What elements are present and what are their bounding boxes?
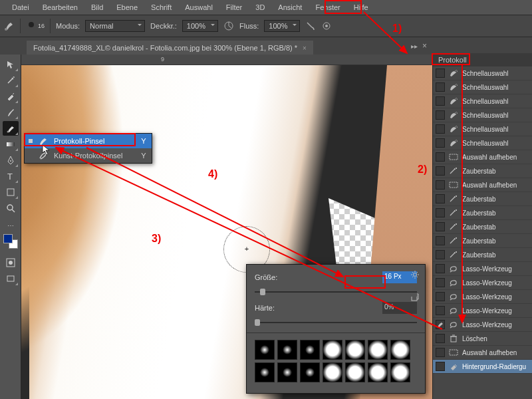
brush-tip[interactable] (345, 362, 365, 382)
history-source-checkbox[interactable] (436, 222, 445, 231)
history-state[interactable]: Auswahl aufheben (433, 150, 532, 164)
history-state[interactable]: Hintergrund-Radiergu (433, 360, 532, 374)
history-source-checkbox[interactable] (436, 334, 445, 343)
history-state[interactable]: Schnellauswahl (433, 136, 532, 150)
history-source-checkbox[interactable] (436, 320, 445, 329)
history-state[interactable]: Lasso-Werkzeug (433, 276, 532, 290)
brush-tip[interactable] (368, 340, 388, 360)
history-source-checkbox[interactable] (436, 96, 445, 106)
airbrush-icon[interactable] (305, 21, 316, 31)
history-source-checkbox[interactable] (436, 152, 445, 162)
history-state[interactable]: Zauberstab (433, 192, 532, 206)
gradient-tool[interactable] (3, 137, 19, 152)
move-tool[interactable] (3, 57, 19, 72)
history-state[interactable]: Auswahl aufheben (433, 178, 532, 192)
screen-mode-button[interactable] (3, 271, 19, 286)
history-state[interactable]: Auswahl aufheben (433, 346, 532, 360)
brush-hardness-input[interactable]: 0% (382, 302, 417, 314)
history-state[interactable]: Lasso-Werkzeug (433, 262, 532, 276)
shape-tool[interactable] (3, 185, 19, 200)
type-tool[interactable]: T (3, 169, 19, 184)
brush-tip[interactable] (390, 362, 410, 382)
magic-wand-tool[interactable] (3, 73, 19, 88)
history-source-checkbox[interactable] (436, 138, 445, 148)
history-state[interactable]: Löschen (433, 332, 532, 346)
menu-bild[interactable]: Bild (84, 1, 110, 13)
menu-filter[interactable]: Filter (219, 1, 249, 13)
pressure-opacity-icon[interactable] (223, 21, 234, 31)
brush-tip[interactable] (255, 340, 275, 360)
eyedropper-tool[interactable] (3, 89, 19, 104)
history-state[interactable]: Schnellauswahl (433, 94, 532, 108)
brush-tip[interactable] (323, 362, 342, 382)
brush-tip[interactable] (345, 340, 365, 360)
history-source-checkbox[interactable] (436, 208, 445, 217)
history-source-checkbox[interactable] (436, 292, 445, 301)
history-source-checkbox[interactable] (436, 278, 445, 287)
history-source-checkbox[interactable] (436, 194, 445, 203)
history-state[interactable]: Schnellauswahl (433, 80, 532, 94)
brush-tip[interactable] (323, 340, 342, 360)
history-source-checkbox[interactable] (436, 180, 445, 190)
brush-tip[interactable] (390, 340, 410, 360)
history-source-checkbox[interactable] (436, 362, 445, 371)
history-state[interactable]: Lasso-Werkzeug (433, 290, 532, 304)
menu-ansicht[interactable]: Ansicht (271, 1, 309, 13)
history-source-checkbox[interactable] (436, 236, 445, 245)
zoom-tool[interactable] (3, 201, 19, 215)
menu-fenster[interactable]: Fenster (309, 1, 346, 13)
history-brush-icon[interactable] (4, 21, 15, 31)
quick-mask-button[interactable] (3, 255, 19, 270)
history-state[interactable]: Schnellauswahl (433, 66, 532, 80)
history-state[interactable]: Zauberstab (433, 206, 532, 220)
pressure-size-icon[interactable] (321, 21, 332, 31)
brush-tip[interactable] (277, 362, 297, 382)
history-source-checkbox[interactable] (436, 348, 445, 357)
brush-tip[interactable] (368, 362, 388, 382)
brush-tip[interactable] (300, 362, 320, 382)
close-tab-icon[interactable]: × (303, 45, 307, 52)
gear-icon[interactable] (410, 270, 420, 279)
brush-tip[interactable] (300, 340, 320, 360)
collapse-panels-icon[interactable]: ▸▸ (411, 43, 418, 50)
history-state[interactable]: Zauberstab (433, 248, 532, 262)
history-state[interactable]: Lasso-Werkzeug (433, 304, 532, 318)
history-source-checkbox[interactable] (436, 110, 445, 120)
history-state[interactable]: Schnellauswahl (433, 108, 532, 122)
blend-mode-dropdown[interactable]: Normal (85, 20, 145, 32)
color-swatches[interactable] (3, 234, 18, 249)
history-state[interactable]: Zauberstab (433, 234, 532, 248)
history-state[interactable]: Zauberstab (433, 164, 532, 178)
brush-tip[interactable] (277, 340, 297, 360)
flow-dropdown[interactable]: 100% (264, 20, 300, 32)
history-source-checkbox[interactable] (436, 124, 445, 134)
close-panel-icon[interactable]: × (422, 41, 427, 51)
menu-auswahl[interactable]: Auswahl (178, 1, 219, 13)
ellipsis-icon[interactable]: ⋯ (3, 219, 19, 231)
history-source-checkbox[interactable] (436, 306, 445, 315)
menu-datei[interactable]: Datei (5, 1, 36, 13)
document-tab[interactable]: Fotolia_41749888_XL© danielkrol - Fotoli… (27, 41, 313, 55)
history-state[interactable]: Schnellauswahl (433, 122, 532, 136)
history-source-checkbox[interactable] (436, 68, 445, 78)
history-brush-tool[interactable] (3, 121, 19, 136)
brush-tip[interactable] (255, 362, 275, 382)
brush-tool[interactable] (3, 105, 19, 120)
history-state[interactable]: Zauberstab (433, 220, 532, 234)
brush-size-slider[interactable] (255, 287, 417, 297)
menu-ebene[interactable]: Ebene (110, 1, 144, 13)
history-state[interactable]: Lasso-Werkzeug (433, 318, 532, 332)
history-panel-title[interactable]: Protokoll (433, 53, 532, 66)
menu-schrift[interactable]: Schrift (144, 1, 178, 13)
history-source-checkbox[interactable] (436, 166, 445, 176)
opacity-dropdown[interactable]: 100% (182, 20, 218, 32)
history-source-checkbox[interactable] (436, 264, 445, 273)
brush-preview-icon[interactable] (26, 21, 37, 31)
pen-tool[interactable] (3, 153, 19, 168)
menu-hilfe[interactable]: Hilfe (347, 1, 375, 13)
history-source-checkbox[interactable] (436, 82, 445, 92)
history-source-checkbox[interactable] (436, 250, 445, 259)
menu-bearbeiten[interactable]: Bearbeiten (36, 1, 84, 13)
brush-hardness-slider[interactable] (255, 318, 417, 327)
menu-3d[interactable]: 3D (249, 1, 271, 13)
